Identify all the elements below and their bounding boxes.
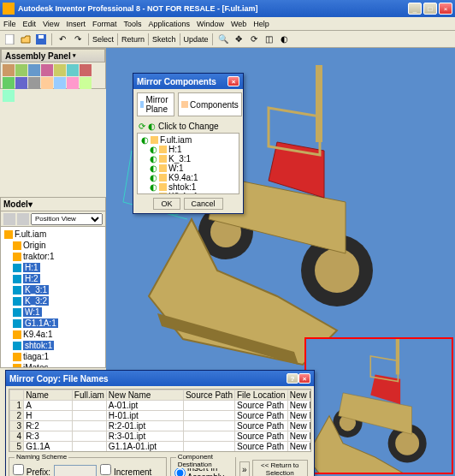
table-row[interactable]: 4R:3R:3-01.iptSource PathNew File — [10, 431, 312, 442]
tree-item[interactable]: shtok:1 — [3, 340, 103, 351]
bom-icon[interactable] — [80, 77, 92, 89]
tree-item[interactable]: traktor:1 — [3, 251, 103, 262]
place-component-icon[interactable] — [3, 64, 15, 76]
column-header[interactable]: Source Path — [183, 390, 234, 401]
table-row[interactable]: 5G1.1AG1.1A-01.iptSource PathNew File — [10, 442, 312, 452]
rotate-component-icon[interactable] — [15, 77, 27, 89]
close-icon[interactable]: × — [298, 373, 310, 384]
constrain-icon[interactable] — [67, 64, 79, 76]
menu-file[interactable]: File — [3, 20, 16, 28]
section-icon[interactable] — [28, 77, 40, 89]
model-tree[interactable]: F.ult.iamOrigintraktor:1H:1H:2K_3:1K_3:2… — [1, 227, 105, 367]
undo-icon[interactable]: ↶ — [56, 33, 69, 46]
table-row[interactable]: 3R:2R:2-01.iptSource PathNew File — [10, 421, 312, 431]
replace-icon[interactable] — [80, 64, 92, 76]
mirror-dialog-titlebar[interactable]: Mirror Components × — [133, 74, 243, 89]
workpoint-icon[interactable] — [67, 77, 79, 89]
tree-item[interactable]: ◐H:1 — [139, 145, 237, 154]
file-names-table[interactable]: NameFull.iamNew NameSource PathFile Loca… — [9, 390, 311, 452]
menu-applications[interactable]: Applications — [148, 20, 190, 28]
open-icon[interactable] — [19, 33, 32, 46]
parameters-icon[interactable] — [3, 90, 15, 102]
close-button[interactable]: × — [439, 3, 452, 15]
return-to-selection-button[interactable]: << Return to Selection — [252, 460, 308, 476]
column-header[interactable]: Name — [24, 390, 73, 401]
tree-item[interactable]: ◐W:1 — [139, 164, 237, 173]
menu-window[interactable]: Window — [197, 20, 224, 28]
filter-icon[interactable] — [3, 213, 15, 225]
redo-icon[interactable]: ↷ — [71, 33, 85, 46]
view-dropdown[interactable]: Position View — [31, 213, 103, 225]
column-header[interactable]: Full.iam — [72, 390, 106, 401]
cancel-button[interactable]: Cancel — [184, 198, 223, 210]
maximize-button[interactable]: □ — [423, 3, 437, 15]
cube-icon[interactable]: ◫ — [263, 33, 276, 46]
menu-insert[interactable]: Insert — [66, 20, 86, 28]
menu-web[interactable]: Web — [231, 20, 246, 28]
column-header[interactable]: New File — [287, 390, 311, 401]
prefix-checkbox[interactable]: Prefix: — [13, 464, 50, 476]
sketch-label[interactable]: Sketch — [152, 35, 176, 44]
column-header[interactable]: File Location — [234, 390, 287, 401]
tree-item[interactable]: K_3:1 — [3, 284, 103, 295]
table-row[interactable]: 2HH-01.iptSource PathNew File — [10, 411, 312, 421]
menu-edit[interactable]: Edit — [23, 20, 37, 28]
tree-item[interactable]: tiaga:1 — [3, 351, 103, 362]
tree-item[interactable]: ◐K8.4a:1 — [139, 192, 237, 194]
column-header[interactable] — [10, 390, 24, 401]
shade-icon[interactable]: ◐ — [278, 33, 292, 46]
select-label[interactable]: Select — [92, 35, 114, 44]
tree-item[interactable]: K9.4a:1 — [3, 329, 103, 340]
tree-item-label: F.ult.iam — [160, 135, 192, 145]
assembly-panel-title[interactable]: Assembly Panel ▾ — [1, 49, 105, 62]
expand-icon[interactable] — [17, 213, 29, 225]
table-row[interactable]: 1AA-01.iptSource PathNew File — [10, 401, 312, 411]
tree-item[interactable]: F.ult.iam — [3, 229, 103, 240]
mirror-icon[interactable] — [41, 64, 53, 76]
tree-item[interactable]: K_3:2 — [3, 295, 103, 306]
mirror-plane-tab[interactable]: Mirror Plane — [137, 92, 174, 116]
copy-dialog-titlebar[interactable]: Mirror Copy: File Names ? × — [6, 371, 314, 386]
increment-checkbox[interactable]: Increment — [100, 464, 151, 476]
table-row[interactable]: 6shtokshtok-01.iptSource PathNew File — [10, 452, 312, 453]
rotate-icon[interactable]: ⟳ — [247, 33, 261, 46]
menu-tools[interactable]: Tools — [123, 20, 141, 28]
model-panel-title[interactable]: Model ▾ — [1, 198, 105, 211]
create-component-icon[interactable] — [15, 64, 27, 76]
column-header[interactable]: New Name — [106, 390, 183, 401]
zoom-icon[interactable]: 🔍 — [216, 33, 230, 46]
pan-icon[interactable]: ✥ — [232, 33, 245, 46]
workaxis-icon[interactable] — [54, 77, 66, 89]
ok-button[interactable]: OK — [153, 198, 180, 210]
minimize-button[interactable]: _ — [408, 3, 422, 15]
tree-item[interactable]: G1.1A:1 — [3, 318, 103, 329]
update-label[interactable]: Update — [184, 35, 209, 44]
click-to-change[interactable]: ⟳ ◐ Click to Change — [137, 120, 239, 133]
component-icon — [159, 164, 167, 172]
workplane-icon[interactable] — [41, 77, 53, 89]
pattern-icon[interactable] — [28, 64, 40, 76]
return-label[interactable]: Return — [121, 35, 145, 44]
menu-format[interactable]: Format — [92, 20, 117, 28]
tree-item[interactable]: W:1 — [3, 306, 103, 318]
tree-item[interactable]: ◐shtok:1 — [139, 182, 237, 192]
prefix-input[interactable] — [54, 465, 97, 477]
menu-view[interactable]: View — [43, 20, 59, 28]
new-icon[interactable] — [3, 33, 17, 46]
tree-item[interactable]: ◐K_3:1 — [139, 154, 237, 164]
tree-item[interactable]: ◐F.ult.iam — [139, 135, 237, 145]
move-icon[interactable] — [3, 77, 15, 89]
tree-item[interactable]: H:2 — [3, 273, 103, 284]
tree-item[interactable]: iMates — [3, 362, 103, 367]
components-tab[interactable]: Components — [178, 92, 242, 116]
mirror-tree[interactable]: ◐F.ult.iam◐H:1◐K_3:1◐W:1◐K9.4a:1◐shtok:1… — [137, 133, 239, 194]
expand-dialog-icon[interactable]: » — [239, 461, 250, 476]
help-icon[interactable]: ? — [287, 373, 298, 384]
close-icon[interactable]: × — [228, 76, 239, 86]
copy-icon[interactable] — [54, 64, 66, 76]
tree-item[interactable]: Origin — [3, 240, 103, 251]
tree-item[interactable]: ◐K9.4a:1 — [139, 173, 237, 182]
save-icon[interactable] — [34, 33, 48, 46]
menu-help[interactable]: Help — [253, 20, 269, 28]
tree-item[interactable]: H:1 — [3, 262, 103, 273]
